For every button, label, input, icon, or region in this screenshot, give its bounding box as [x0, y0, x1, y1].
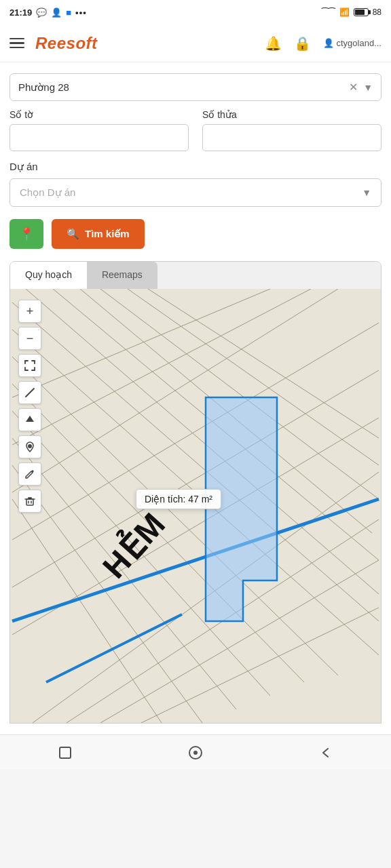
tabs-header: Quy hoạch Reemaps: [10, 262, 381, 289]
notification-icon[interactable]: 🔔: [265, 35, 282, 52]
zoom-in-button[interactable]: +: [18, 300, 41, 323]
clear-district-button[interactable]: ✕: [349, 81, 358, 94]
so-to-group: Số tờ: [10, 109, 189, 151]
district-value: Phường 28: [18, 81, 343, 94]
fullscreen-button[interactable]: [18, 354, 41, 377]
svg-rect-35: [60, 747, 71, 758]
so-thua-input[interactable]: [202, 124, 381, 151]
du-an-label: Dự án: [10, 161, 381, 173]
svg-marker-30: [26, 416, 34, 422]
edit-button[interactable]: [18, 462, 41, 486]
recent-apps-button[interactable]: [53, 741, 77, 765]
home-button[interactable]: [183, 741, 208, 765]
menu-button[interactable]: [10, 38, 24, 49]
back-button[interactable]: [314, 741, 338, 765]
search-button-label: Tìm kiếm: [85, 228, 130, 240]
battery-icon: [354, 8, 369, 16]
username: ctygoland...: [337, 38, 382, 48]
tab-quyhoach[interactable]: Quy hoạch: [10, 262, 87, 289]
header-icons: 🔔 🔒 👤 ctygoland...: [265, 35, 382, 52]
bottom-nav: [0, 734, 391, 770]
wifi-icon: 📶: [339, 7, 350, 17]
time: 21:19: [10, 7, 32, 18]
draw-polygon-button[interactable]: [18, 408, 41, 431]
draw-line-button[interactable]: [18, 381, 41, 404]
status-bar: 21:19 💬 👤 ■ ••• ⁀⁀ 📶 88: [0, 0, 391, 24]
facebook-icon: ■: [66, 7, 71, 18]
tabs-container: Quy hoạch Reemaps: [10, 261, 381, 724]
more-icon: •••: [75, 7, 87, 18]
so-thua-label: Số thửa: [202, 109, 381, 120]
action-buttons-row: 📍 🔍 Tìm kiếm: [10, 219, 381, 249]
location-marker-button[interactable]: [18, 435, 41, 458]
zalo-icon: 💬: [36, 7, 47, 18]
lock-icon[interactable]: 🔒: [294, 35, 311, 52]
so-thua-group: Số thửa: [202, 109, 381, 151]
svg-point-37: [193, 751, 198, 755]
du-an-placeholder: Chọn Dự án: [20, 186, 356, 199]
signal-icon: ⁀⁀: [322, 7, 335, 17]
so-to-label: Số tờ: [10, 109, 189, 120]
main-content: Phường 28 ✕ ▼ Số tờ Số thửa Dự án Chọn D…: [0, 62, 391, 734]
logo: Reesoft: [35, 34, 254, 53]
area-tooltip-text: Diện tích: 47 m²: [145, 494, 212, 505]
user-icon: 👤: [323, 38, 334, 48]
location-pin-icon: 📍: [19, 226, 34, 241]
search-icon: 🔍: [67, 228, 79, 240]
du-an-arrow-icon: ▼: [362, 187, 371, 198]
header: Reesoft 🔔 🔒 👤 ctygoland...: [0, 24, 391, 62]
search-button[interactable]: 🔍 Tìm kiếm: [52, 219, 145, 249]
svg-line-29: [26, 389, 34, 397]
delete-button[interactable]: [18, 490, 41, 513]
tab-reemaps[interactable]: Reemaps: [87, 262, 157, 289]
so-to-input[interactable]: [10, 124, 189, 151]
du-an-dropdown[interactable]: Chọn Dự án ▼: [10, 178, 381, 207]
status-bar-right: ⁀⁀ 📶 88: [322, 7, 381, 17]
status-bar-left: 21:19 💬 👤 ■ •••: [10, 7, 87, 18]
location-button[interactable]: 📍: [10, 219, 43, 249]
svg-point-31: [28, 444, 32, 448]
map-area[interactable]: HẺM + −: [10, 289, 381, 723]
zoom-out-button[interactable]: −: [18, 327, 41, 350]
user-profile[interactable]: 👤 ctygoland...: [323, 38, 382, 48]
svg-rect-32: [26, 499, 33, 505]
district-dropdown[interactable]: Phường 28 ✕ ▼: [10, 73, 381, 101]
map-controls: + −: [18, 300, 41, 513]
area-tooltip: Diện tích: 47 m²: [136, 489, 221, 509]
user-icon: 👤: [51, 7, 62, 18]
battery-percent: 88: [373, 7, 381, 17]
number-fields-row: Số tờ Số thửa: [10, 109, 381, 151]
district-arrow-icon: ▼: [363, 82, 373, 93]
